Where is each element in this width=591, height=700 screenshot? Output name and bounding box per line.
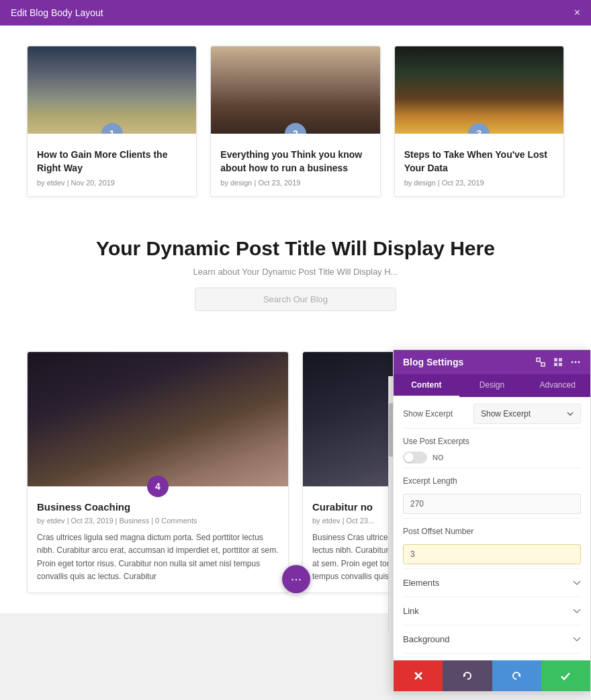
link-chevron-icon	[573, 607, 581, 615]
show-excerpt-dropdown[interactable]: Show Excerpt	[473, 404, 581, 424]
post-card-1[interactable]: 1 How to Gain More Clients the Right Way…	[27, 46, 197, 197]
chevron-down-icon	[567, 412, 574, 416]
panel-header-icons	[535, 357, 581, 367]
post-card-body-3: Steps to Take When You've Lost Your Data…	[395, 134, 563, 196]
dynamic-subtitle: Learn about Your Dynamic Post Title Will…	[27, 267, 564, 277]
post-card-3[interactable]: 3 Steps to Take When You've Lost Your Da…	[394, 46, 564, 197]
post-image-2: 2	[211, 46, 379, 134]
post-card-body-1: How to Gain More Clients the Right Way b…	[28, 134, 196, 196]
post-offset-input[interactable]	[403, 544, 581, 564]
dynamic-section: Your Dynamic Post Title Will Display Her…	[27, 224, 564, 318]
title-bar-text: Edit Blog Body Layout	[11, 7, 103, 18]
show-excerpt-row: Show Excerpt Show Excerpt	[403, 397, 581, 429]
post-meta-1: by etdev | Nov 20, 2019	[37, 179, 187, 187]
tab-design[interactable]: Design	[459, 374, 525, 397]
panel-actions	[394, 660, 590, 691]
bottom-post-badge-4: 4	[147, 476, 169, 497]
post-title-1: How to Gain More Clients the Right Way	[37, 148, 187, 175]
panel-body: Show Excerpt Show Excerpt Use Post Excer…	[394, 397, 590, 660]
svg-rect-6	[554, 363, 557, 366]
resize-icon[interactable]	[535, 357, 546, 367]
link-collapsible[interactable]: Link	[403, 597, 581, 625]
use-post-excerpts-toggle-row: NO	[403, 451, 581, 464]
post-badge-2: 2	[285, 123, 306, 134]
elements-chevron-icon	[573, 579, 581, 587]
svg-line-3	[540, 361, 541, 363]
discard-icon	[413, 670, 424, 681]
search-bar[interactable]: Search Our Blog	[195, 288, 396, 311]
bottom-post-card-4[interactable]: 4 Business Coaching by etdev | Oct 23, 2…	[27, 351, 289, 593]
post-badge-1: 1	[101, 123, 123, 134]
toggle-knob	[404, 453, 414, 462]
post-title-3: Steps to Take When You've Lost Your Data	[404, 148, 554, 175]
panel-tabs: Content Design Advanced	[394, 374, 590, 397]
panel-title: Blog Settings	[403, 357, 463, 367]
bottom-post-meta-4: by etdev | Oct 23, 2019 | Business | 0 C…	[37, 517, 279, 525]
dynamic-title: Your Dynamic Post Title Will Display Her…	[27, 237, 564, 260]
use-post-excerpts-label: Use Post Excerpts	[403, 437, 581, 446]
post-card-body-2: Everything you Think you know about how …	[211, 134, 379, 196]
svg-rect-5	[559, 358, 562, 361]
close-button[interactable]: ×	[574, 7, 580, 19]
use-post-excerpts-section: Use Post Excerpts NO	[403, 429, 581, 468]
show-excerpt-label: Show Excerpt	[403, 409, 453, 419]
settings-panel: Blog Settings Content	[393, 349, 591, 692]
tab-advanced[interactable]: Advanced	[525, 374, 590, 397]
svg-rect-1	[537, 358, 540, 361]
post-badge-3: 3	[468, 123, 490, 134]
svg-point-8	[572, 361, 574, 363]
excerpt-length-label: Excerpt Length	[403, 476, 581, 486]
excerpt-length-input[interactable]	[403, 494, 581, 514]
link-label: Link	[403, 606, 419, 616]
grid-icon[interactable]	[553, 357, 563, 367]
save-icon	[560, 670, 571, 681]
post-image-1: 1	[28, 46, 196, 134]
bottom-post-image-4: 4	[28, 352, 288, 486]
svg-rect-7	[559, 363, 562, 366]
elements-collapsible[interactable]: Elements	[403, 569, 581, 597]
tab-content[interactable]: Content	[394, 374, 459, 397]
toggle-label: NO	[433, 453, 444, 462]
post-meta-2: by design | Oct 23, 2019	[220, 179, 370, 187]
floating-menu-button[interactable]: ···	[282, 565, 310, 593]
use-post-excerpts-toggle[interactable]	[403, 451, 427, 464]
bottom-post-excerpt-4: Cras ultrices ligula sed magna dictum po…	[37, 531, 279, 583]
redo-icon	[511, 670, 522, 681]
post-title-2: Everything you Think you know about how …	[220, 148, 370, 175]
svg-rect-4	[554, 358, 557, 361]
background-chevron-icon	[573, 636, 581, 644]
post-offset-label: Post Offset Number	[403, 527, 581, 536]
redo-button[interactable]	[492, 660, 541, 691]
excerpt-length-section: Excerpt Length	[403, 468, 581, 519]
svg-point-10	[578, 361, 580, 363]
post-meta-3: by design | Oct 23, 2019	[404, 179, 554, 187]
title-bar: Edit Blog Body Layout ×	[0, 0, 591, 26]
more-options-icon[interactable]	[570, 357, 581, 367]
panel-header: Blog Settings	[394, 350, 590, 374]
top-posts-grid: 1 How to Gain More Clients the Right Way…	[27, 46, 564, 197]
background-label: Background	[403, 634, 449, 644]
post-offset-section: Post Offset Number	[403, 519, 581, 569]
svg-rect-2	[541, 363, 545, 366]
discard-button[interactable]	[394, 660, 443, 691]
save-button[interactable]	[541, 660, 590, 691]
svg-point-9	[575, 361, 577, 363]
bottom-post-title-4: Business Coaching	[37, 501, 279, 513]
undo-button[interactable]	[443, 660, 492, 691]
bottom-post-body-4: Business Coaching by etdev | Oct 23, 201…	[28, 486, 288, 593]
post-card-2[interactable]: 2 Everything you Think you know about ho…	[210, 46, 380, 197]
undo-icon	[462, 670, 473, 681]
elements-label: Elements	[403, 578, 439, 588]
background-collapsible[interactable]: Background	[403, 625, 581, 654]
post-image-3: 3	[395, 46, 563, 134]
